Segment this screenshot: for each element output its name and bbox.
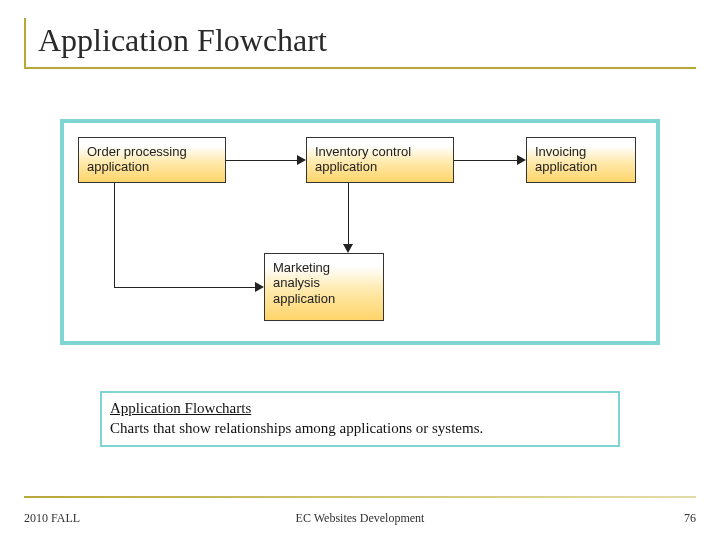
footer-center: EC Websites Development [24,511,696,526]
arrow-head-icon [343,244,353,253]
connector-inventory-to-marketing [348,183,349,245]
node-order-processing: Order processing application [78,137,226,183]
arrow-order-to-inventory [226,160,298,161]
slide-title-text: Application Flowchart [28,22,327,59]
slide-title: Application Flowchart [24,18,696,69]
caption-heading: Application Flowcharts [110,400,251,416]
arrow-head-icon [255,282,264,292]
caption-body: Charts that show relationships among app… [110,420,483,436]
slide: Application Flowchart Order processing a… [0,0,720,540]
arrow-inventory-to-invoicing [454,160,518,161]
node-marketing-analysis: Marketing analysis application [264,253,384,321]
node-inventory-control: Inventory control application [306,137,454,183]
footer-divider [24,496,696,498]
slide-footer: 2010 FALL EC Websites Development 76 [24,511,696,526]
caption-box: Application Flowcharts Charts that show … [100,391,620,447]
node-invoicing: Invoicing application [526,137,636,183]
arrow-head-icon [297,155,306,165]
connector-order-to-marketing-v [114,183,115,287]
flowchart-diagram: Order processing application Inventory c… [60,119,660,345]
arrow-head-icon [517,155,526,165]
connector-order-to-marketing-h [114,287,256,288]
